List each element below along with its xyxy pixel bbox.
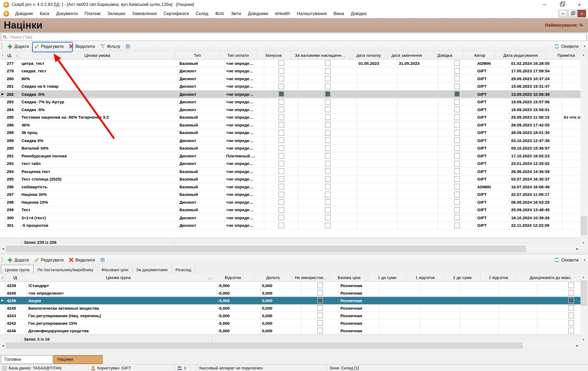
- table-row[interactable]: 295Тест столица (2525)Базовый<не опреде……: [0, 175, 580, 183]
- mdi-minimize-button[interactable]: [559, 10, 567, 17]
- column-header-not-used[interactable]: Не використов…: [292, 274, 330, 282]
- checkbox[interactable]: [278, 168, 284, 174]
- checkbox[interactable]: [317, 282, 323, 288]
- checkbox[interactable]: [454, 192, 460, 197]
- column-header-id[interactable]: ІД△: [6, 52, 20, 59]
- table-row[interactable]: 3003+1=4 (тест)Дисконт<не опреде…GIFT18.…: [0, 214, 580, 222]
- menu-item[interactable]: Склад: [192, 9, 212, 18]
- close-button[interactable]: ×: [571, 0, 588, 9]
- panel-tab[interactable]: По постачальнику/виробнику: [34, 266, 97, 274]
- checkbox[interactable]: [278, 91, 284, 97]
- checkbox[interactable]: [278, 122, 284, 128]
- menu-item[interactable]: Вікна: [330, 9, 347, 18]
- table-row[interactable]: 298Наценка 15%Дисконт<не опреде…GIFT06.0…: [0, 199, 580, 206]
- menu-item[interactable]: Документи: [53, 9, 81, 18]
- table-row[interactable]: 293тест таблДисконт<не опреде…GIFT23.01.…: [0, 160, 580, 168]
- vscroll-thumb[interactable]: [581, 217, 587, 235]
- checkbox[interactable]: [278, 68, 284, 74]
- columns-button[interactable]: [123, 41, 132, 52]
- table-row[interactable]: 4240<не определено>-5,0000,000Розничная: [0, 289, 580, 297]
- checkbox[interactable]: [454, 145, 460, 151]
- scroll-right-button[interactable]: ▶: [575, 342, 580, 349]
- checkbox[interactable]: [325, 68, 331, 74]
- column-header-pct1[interactable]: 1 відсоток: [406, 274, 444, 282]
- column-header-dovidka[interactable]: Довідка: [426, 52, 464, 59]
- column-header-type[interactable]: Тип: [175, 52, 220, 59]
- checkbox[interactable]: [278, 207, 284, 213]
- checkbox[interactable]: [317, 305, 323, 311]
- panel-tab[interactable]: Цінова група: [1, 265, 34, 274]
- hscroll-thumb[interactable]: [6, 343, 522, 348]
- checkbox[interactable]: [454, 83, 460, 89]
- table-row[interactable]: 296собівартістьБазовый<не опреде…ADMIN16…: [0, 183, 580, 191]
- checkbox[interactable]: [454, 68, 460, 74]
- menu-item[interactable]: Довідники: [244, 9, 272, 18]
- table-row[interactable]: 4242Гос.регулирование 15%-5,0000,000Розн…: [0, 319, 580, 327]
- checkbox[interactable]: [317, 313, 323, 318]
- checkbox[interactable]: [278, 60, 284, 66]
- checkbox[interactable]: [325, 199, 331, 205]
- scroll-down-button[interactable]: ▼: [580, 239, 586, 245]
- checkbox[interactable]: [325, 107, 331, 112]
- table-row[interactable]: 291Реинбурсация полнаяДисконтПлатежный ……: [0, 152, 580, 160]
- checkbox[interactable]: [278, 192, 284, 197]
- table-row[interactable]: 4245Биологически активные вещества-5,000…: [0, 304, 580, 312]
- column-header-edited[interactable]: Дата редагування: [496, 52, 546, 59]
- table-row[interactable]: 277цитра_тестБазовый<не опреде…01.05.202…: [0, 59, 580, 67]
- table-row[interactable]: 299ТестБазовый<не опреде…GIFT25.09.2024 …: [0, 206, 580, 214]
- menu-item[interactable]: Залишки: [104, 9, 128, 18]
- refresh-dropdown-icon[interactable]: ▾: [584, 258, 588, 262]
- checkbox[interactable]: [454, 76, 460, 82]
- table-row[interactable]: 297Націнка 30%Базовый<не опреде…GIFT22.0…: [0, 191, 580, 199]
- vscroll-thumb[interactable]: [581, 281, 587, 305]
- checkbox[interactable]: [454, 199, 460, 205]
- column-header-delta[interactable]: Дельта: [254, 274, 292, 282]
- checkbox[interactable]: [278, 76, 284, 82]
- mdi-close-button[interactable]: ×: [578, 10, 586, 17]
- checkbox[interactable]: [454, 215, 460, 220]
- columns-button-bottom[interactable]: [97, 255, 107, 265]
- table-row[interactable]: 4246Дезинфицирующие средства-5,0000,000Р…: [0, 327, 580, 334]
- scroll-down-button[interactable]: ▼: [580, 336, 586, 342]
- menu-item[interactable]: Налаштування: [293, 9, 330, 18]
- menu-item[interactable]: Філії: [212, 9, 227, 18]
- refresh-dropdown-icon[interactable]: ▾: [584, 45, 588, 48]
- column-header-pct2[interactable]: 2 відсоток: [481, 274, 517, 282]
- checkbox[interactable]: [454, 130, 460, 136]
- checkbox[interactable]: [325, 91, 331, 97]
- table-row[interactable]: 28836 процБазовый<не опреде…GIFT28.09.20…: [0, 129, 580, 137]
- edit-button[interactable]: Редагувати: [32, 41, 66, 52]
- table-row[interactable]: 284Скидка -5%Дисконт<не опреде…GIFT19.09…: [0, 106, 580, 114]
- table-row[interactable]: 4239!Стандарт-5,0000,000Розничная: [0, 282, 580, 289]
- checkbox[interactable]: [454, 114, 460, 120]
- column-header-reprice[interactable]: Дооцінювати до макс.: [517, 274, 585, 282]
- delete-button-bottom[interactable]: Видалити: [66, 255, 97, 265]
- page-tab[interactable]: Націнки: [54, 355, 103, 364]
- menu-item[interactable]: Сертифікати: [160, 9, 192, 18]
- checkbox[interactable]: [317, 320, 323, 326]
- checkbox[interactable]: [568, 290, 574, 296]
- checkbox[interactable]: [325, 145, 331, 151]
- splitter[interactable]: [0, 252, 588, 255]
- table-row[interactable]: 290Виталий 34%Базовый<не опреде…GIFT09.1…: [0, 144, 580, 152]
- checkbox[interactable]: [454, 222, 460, 228]
- checkbox[interactable]: [325, 176, 331, 182]
- checkbox[interactable]: [325, 153, 331, 159]
- checkbox[interactable]: [278, 215, 284, 220]
- table-row[interactable]: 289Скидка 4%Дисконт<не опреде…GIFT03.10.…: [0, 137, 580, 144]
- checkbox[interactable]: [317, 290, 323, 296]
- checkbox[interactable]: [278, 199, 284, 205]
- table-row[interactable]: 4243Гос.регулирование (Нац. перечень)-5,…: [0, 312, 580, 319]
- mdi-restore-button[interactable]: [568, 10, 577, 17]
- checkbox[interactable]: [325, 207, 331, 213]
- hscroll-thumb[interactable]: [6, 246, 525, 252]
- table-row[interactable]: 283Скидка -7% by АртурДисконт<не опреде……: [0, 98, 580, 106]
- checkbox[interactable]: [454, 168, 460, 174]
- checkbox[interactable]: [454, 176, 460, 182]
- checkbox[interactable]: [454, 107, 460, 112]
- checkbox[interactable]: [325, 161, 331, 166]
- checkbox[interactable]: [454, 207, 460, 213]
- column-header-gross[interactable]: За валовими накладенн…: [291, 52, 350, 59]
- checkbox[interactable]: [454, 122, 460, 128]
- grid-top-menu-cell[interactable]: ≡: [0, 52, 6, 59]
